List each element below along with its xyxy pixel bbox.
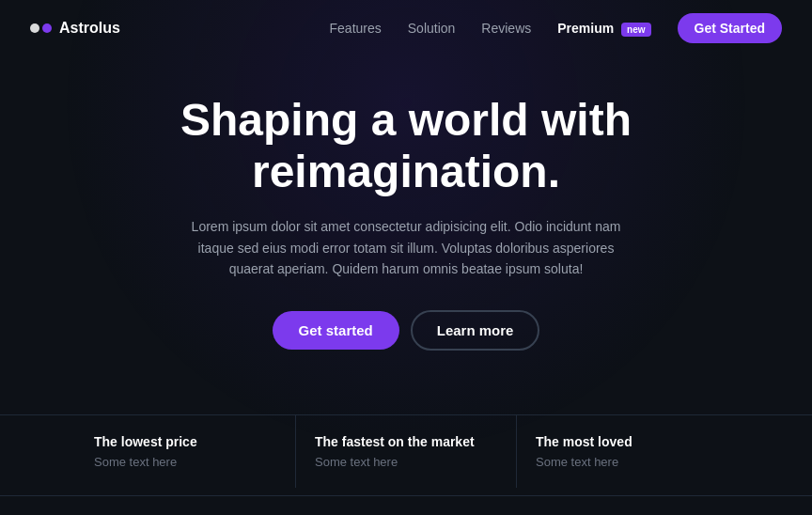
nav-premium[interactable]: Premium new	[557, 21, 650, 36]
feature-1-text: Some text here	[315, 455, 497, 469]
premium-badge: new	[621, 23, 650, 37]
logo-dot-white	[30, 23, 39, 33]
hero-buttons: Get started Learn more	[30, 310, 782, 351]
navbar: Astrolus Features Solution Reviews Premi…	[0, 0, 812, 56]
feature-2-title: The most loved	[536, 434, 718, 449]
logos-section: Microsoft airbnb Google GE NETFLIX Googl…	[0, 495, 812, 515]
feature-0-title: The lowest price	[94, 434, 276, 449]
hero-title: Shaping a world with reimagination.	[124, 94, 688, 197]
logo-dot-purple	[42, 23, 52, 33]
feature-fastest: The fastest on the market Some text here	[296, 415, 517, 488]
feature-1-title: The fastest on the market	[315, 434, 497, 449]
feature-0-text: Some text here	[94, 455, 276, 469]
feature-most-loved: The most loved Some text here	[517, 415, 737, 488]
features-row: The lowest price Some text here The fast…	[0, 414, 812, 488]
feature-2-text: Some text here	[536, 455, 718, 469]
logo-icon	[30, 23, 52, 33]
get-started-button[interactable]: Get started	[273, 311, 399, 350]
nav-links: Features Solution Reviews Premium new Ge…	[330, 13, 782, 43]
learn-more-button[interactable]: Learn more	[411, 310, 540, 351]
brand-name: Astrolus	[59, 20, 120, 37]
hero-subtitle: Lorem ipsum dolor sit amet consectetur a…	[180, 216, 632, 279]
feature-lowest-price: The lowest price Some text here	[75, 415, 296, 488]
nav-features[interactable]: Features	[330, 21, 382, 36]
nav-reviews[interactable]: Reviews	[481, 21, 531, 36]
nav-solution[interactable]: Solution	[408, 21, 456, 36]
logo[interactable]: Astrolus	[30, 20, 120, 37]
nav-cta-button[interactable]: Get Started	[678, 13, 782, 43]
hero-section: Shaping a world with reimagination. Lore…	[0, 56, 812, 414]
